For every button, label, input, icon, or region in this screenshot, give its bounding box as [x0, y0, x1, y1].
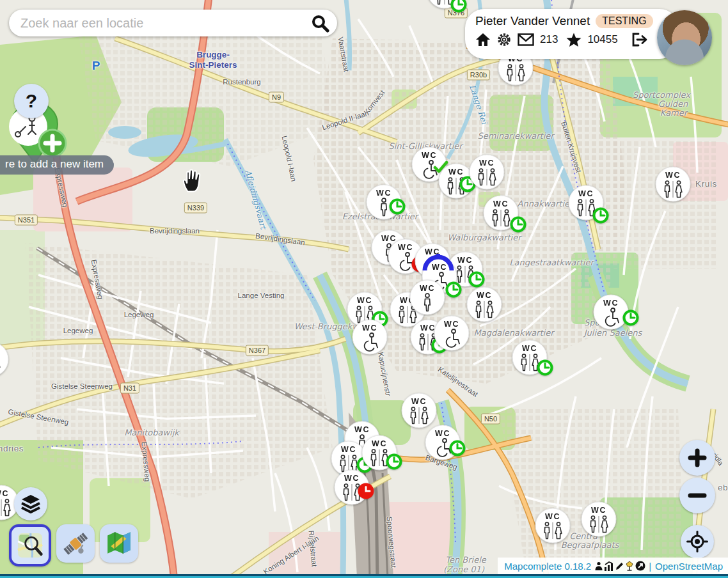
- toilet-marker-mf[interactable]: WC: [655, 166, 691, 202]
- home-icon[interactable]: [475, 33, 491, 47]
- attribution-separator: |: [649, 561, 651, 572]
- svg-text:WC: WC: [477, 291, 492, 300]
- svg-text:WC: WC: [0, 489, 9, 498]
- attribution-bar: Mapcomplete 0.18.2 | OpenStreetMap: [498, 558, 728, 574]
- folded-map-icon: [106, 530, 132, 557]
- layers-button[interactable]: [14, 487, 47, 520]
- svg-text:WC: WC: [493, 199, 509, 208]
- opening-hours-open-badge: [389, 198, 406, 215]
- toilet-marker-mf[interactable]: WC: [0, 341, 9, 377]
- svg-text:WC: WC: [591, 506, 606, 515]
- mascot-icon[interactable]: [625, 561, 635, 571]
- toilet-marker-mf[interactable]: WC: [535, 508, 571, 543]
- toilet-marker-male[interactable]: WC: [409, 279, 445, 315]
- opening-hours-open-badge: [537, 359, 553, 376]
- statistics-icon[interactable]: [604, 561, 614, 571]
- changesets-count[interactable]: 10455: [587, 33, 617, 46]
- logout-icon[interactable]: [631, 33, 648, 47]
- style-folded-map-button[interactable]: [100, 524, 138, 563]
- bottom-strip: [0, 574, 728, 578]
- opening-hours-closed-badge: [358, 483, 374, 499]
- zoom-in-button[interactable]: [679, 440, 715, 476]
- toilet-marker-mf[interactable]: WC: [469, 154, 505, 190]
- svg-text:WC: WC: [372, 439, 387, 448]
- crosshair-icon: [686, 531, 708, 552]
- plus-icon: [688, 448, 707, 467]
- svg-text:WC: WC: [341, 445, 356, 454]
- opening-hours-open-badge: [592, 207, 609, 224]
- svg-text:WC: WC: [457, 256, 473, 265]
- svg-text:WC: WC: [603, 299, 619, 308]
- opening-hours-open-badge: [468, 271, 485, 288]
- help-button[interactable]: ?: [14, 84, 49, 118]
- tooltip-text: re to add a new item: [5, 158, 104, 170]
- style-satellite-button[interactable]: [56, 524, 95, 563]
- minus-icon: [688, 486, 707, 505]
- carto-map-icon: [17, 532, 44, 559]
- svg-text:WC: WC: [578, 189, 594, 198]
- svg-text:WC: WC: [398, 243, 413, 252]
- user-avatar[interactable]: [657, 10, 712, 65]
- settings-gear-icon[interactable]: [496, 32, 512, 47]
- toilet-marker-wheel[interactable]: WC: [434, 315, 470, 351]
- toilet-marker-mf[interactable]: WC: [466, 286, 502, 322]
- opening-hours-open-badge: [386, 453, 402, 470]
- selected-marker-arc: [422, 253, 454, 272]
- svg-text:WC: WC: [479, 159, 495, 168]
- search-icon[interactable]: [310, 13, 337, 33]
- svg-text:WC: WC: [422, 151, 437, 160]
- mapcomplete-app: Brugge-Sint-PietersRustenburgVaartstraat…: [0, 0, 728, 578]
- messages-icon[interactable]: [518, 33, 534, 46]
- community-icon[interactable]: [594, 561, 603, 571]
- svg-text:WC: WC: [444, 320, 459, 329]
- opening-hours-open-badge: [510, 216, 526, 233]
- toilet-marker-mf[interactable]: WC: [401, 393, 437, 428]
- search-input[interactable]: [9, 16, 310, 31]
- toilet-marker-mf[interactable]: WC: [581, 501, 617, 537]
- svg-text:WC: WC: [362, 324, 377, 332]
- svg-text:WC: WC: [665, 171, 681, 180]
- svg-text:WC: WC: [357, 296, 372, 305]
- opening-hours-open-badge: [449, 440, 466, 457]
- testing-badge: TESTING: [596, 14, 653, 28]
- layers-icon: [20, 494, 41, 513]
- messages-count[interactable]: 213: [540, 33, 558, 46]
- search-bar: [9, 10, 337, 36]
- background-style-row: [9, 524, 138, 566]
- help-label: ?: [26, 90, 37, 112]
- svg-text:WC: WC: [435, 429, 450, 438]
- svg-text:WC: WC: [420, 284, 435, 293]
- user-name: Pieter Vander Vennet: [475, 14, 590, 28]
- satellite-icon: [62, 530, 89, 557]
- opening-hours-open-badge: [450, 0, 467, 13]
- opening-hours-open-badge: [445, 281, 462, 298]
- svg-text:WC: WC: [545, 512, 560, 521]
- svg-text:WC: WC: [411, 397, 427, 406]
- svg-text:WC: WC: [448, 168, 464, 176]
- style-carto-button[interactable]: [9, 524, 51, 566]
- toilet-marker-wheel[interactable]: WC: [352, 319, 388, 355]
- opening-hours-open-badge: [622, 309, 639, 326]
- svg-text:WC: WC: [522, 344, 537, 353]
- license-icon[interactable]: [635, 561, 645, 571]
- svg-text:WC: WC: [376, 189, 392, 198]
- add-item-tooltip: re to add a new item: [0, 155, 114, 175]
- geolocate-button[interactable]: [681, 525, 714, 558]
- edit-icon[interactable]: [615, 561, 624, 571]
- hand-cursor-icon: [181, 168, 204, 192]
- user-panel: Pieter Vander Vennet TESTING: [465, 9, 679, 59]
- star-icon: [566, 33, 582, 47]
- osm-link[interactable]: OpenStreetMap: [655, 561, 723, 572]
- svg-text:WC: WC: [344, 474, 360, 483]
- zoom-out-button[interactable]: [679, 478, 715, 513]
- app-version[interactable]: Mapcomplete 0.18.2: [504, 561, 591, 572]
- svg-text:WC: WC: [354, 425, 370, 434]
- poi-layer: WCWCWCWCWCWCWCWCWCWCWCWCWCWCWCWCWCWCWCWC…: [0, 0, 728, 578]
